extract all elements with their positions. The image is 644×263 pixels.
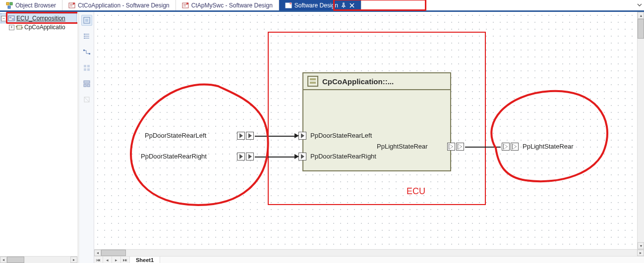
svg-rect-10 [9, 17, 11, 18]
svg-rect-24 [84, 68, 86, 71]
svg-point-19 [84, 38, 85, 39]
tab-label: CtApMySwc - Software Design [191, 2, 273, 9]
tree-node-cpcoapplication[interactable]: + CpCoApplicatio [1, 23, 76, 32]
composition-icon [8, 15, 15, 22]
svg-rect-26 [84, 81, 90, 83]
port-label: PpDoorStateRearLeft [310, 132, 372, 139]
svg-rect-27 [84, 84, 86, 87]
svg-rect-25 [87, 68, 90, 71]
annotation-scribble-left [114, 76, 278, 215]
scrollbar-thumb[interactable] [638, 19, 644, 39]
close-icon[interactable] [349, 2, 355, 8]
svg-rect-2 [8, 6, 10, 8]
tool-connections[interactable] [81, 47, 92, 57]
document-tabstrip: Object Browser CtCoApplication - Softwar… [0, 0, 644, 11]
project-tree-panel: − ECU_Composition + CpCoApplicatio ◂ ▸ [0, 12, 79, 263]
sheet-nav-prev[interactable]: ◂ [103, 257, 112, 263]
scroll-right-button[interactable]: ▸ [70, 257, 77, 263]
tool-select[interactable] [81, 15, 92, 26]
diagram-canvas[interactable]: ECU CpCoApplication::... PpDoorStateRear… [94, 12, 637, 249]
swc-icon [16, 24, 23, 31]
svg-rect-16 [85, 19, 88, 22]
diagram-toolbar [79, 12, 94, 263]
scroll-right-button[interactable]: ▸ [637, 250, 644, 256]
tree-node-ecu-composition[interactable]: − ECU_Composition [1, 14, 76, 23]
delegation-port-out[interactable] [456, 143, 464, 151]
sheet-tab[interactable]: Sheet1 [130, 257, 160, 263]
sheet-tab-label: Sheet1 [136, 257, 154, 263]
component-port-in-2[interactable] [298, 153, 306, 160]
component-icon [307, 76, 318, 87]
svg-rect-12 [17, 25, 22, 29]
svg-rect-20 [83, 50, 85, 51]
svg-rect-23 [87, 65, 90, 67]
port-label: PpDoorStateRearRight [141, 153, 207, 160]
design-icon [285, 2, 292, 9]
tab-object-browser[interactable]: Object Browser [0, 0, 62, 10]
port-label: PpDoorStateRearLeft [145, 132, 206, 139]
workarea: − ECU_Composition + CpCoApplicatio ◂ ▸ [0, 11, 644, 263]
tab-label: CtCoApplication - Software Design [78, 2, 170, 9]
tree-expand-icon[interactable]: + [9, 25, 14, 30]
ecu-label: ECU [407, 186, 425, 197]
svg-rect-11 [12, 18, 14, 20]
port-label: PpLightStateRear [523, 143, 574, 150]
svg-point-6 [186, 2, 188, 4]
tab-software-design-active[interactable]: Software Design [279, 0, 361, 10]
annotation-scribble-right [471, 84, 620, 193]
svg-rect-28 [87, 84, 90, 87]
tool-port-list[interactable] [81, 31, 92, 42]
tree-collapse-icon[interactable]: − [1, 16, 6, 21]
component-title: CpCoApplication::... [322, 77, 394, 86]
sheet-nav-first[interactable]: ⏮ [94, 257, 103, 263]
pin-icon[interactable] [341, 2, 347, 8]
external-port-out[interactable] [511, 143, 519, 151]
external-port-out-frame[interactable] [502, 143, 510, 151]
svg-rect-1 [10, 2, 12, 5]
component-header: CpCoApplication::... [303, 73, 450, 90]
scroll-left-button[interactable]: ◂ [94, 250, 101, 256]
tree-horizontal-scrollbar[interactable]: ◂ ▸ [0, 256, 77, 263]
scroll-up-button[interactable]: ▴ [638, 12, 644, 19]
design-icon [182, 2, 189, 9]
port-label: PpDoorStateRearRight [310, 153, 376, 160]
design-icon [68, 2, 75, 9]
diagram-area: ECU CpCoApplication::... PpDoorStateRear… [79, 12, 644, 263]
svg-rect-22 [84, 65, 86, 67]
tab-label: Object Browser [15, 2, 56, 9]
external-port-in-2[interactable] [237, 153, 245, 160]
svg-rect-14 [21, 27, 23, 28]
component-port-out[interactable] [447, 143, 455, 151]
canvas-vertical-scrollbar[interactable]: ▴ ▾ [637, 12, 644, 249]
connector-line [465, 147, 501, 148]
delegation-port-in-1[interactable] [246, 132, 254, 140]
component-port-in-1[interactable] [298, 132, 306, 140]
tool-grid[interactable] [81, 62, 92, 73]
delegation-port-in-2[interactable] [246, 153, 254, 160]
tab-overflow-dropdown[interactable] [637, 2, 642, 7]
diagram-canvas-container: ECU CpCoApplication::... PpDoorStateRear… [94, 12, 644, 263]
svg-rect-13 [16, 26, 17, 27]
canvas-horizontal-scrollbar[interactable]: ◂ ▸ [94, 249, 644, 256]
scroll-down-button[interactable]: ▾ [638, 242, 644, 249]
tab-label: Software Design [294, 2, 338, 9]
svg-rect-0 [6, 2, 9, 5]
sheet-nav-last[interactable]: ⏭ [121, 257, 130, 263]
sheet-tab-bar: ⏮ ◂ ▸ ⏭ Sheet1 [94, 256, 644, 263]
tool-layout[interactable] [81, 78, 92, 89]
external-port-in-1[interactable] [237, 132, 245, 140]
scrollbar-thumb[interactable] [101, 250, 126, 256]
scroll-left-button[interactable]: ◂ [0, 257, 7, 263]
svg-point-4 [73, 2, 75, 4]
tab-ctapmyswc[interactable]: CtApMySwc - Software Design [176, 0, 279, 10]
connector-line [255, 157, 297, 158]
connector-arrow-icon [294, 154, 299, 159]
connector-arrow-icon [294, 133, 299, 138]
svg-point-18 [84, 36, 85, 37]
svg-point-8 [290, 2, 292, 4]
svg-point-17 [84, 34, 85, 35]
scrollbar-thumb[interactable] [7, 257, 24, 263]
tab-ctcoapplication[interactable]: CtCoApplication - Software Design [62, 0, 176, 10]
sheet-nav-next[interactable]: ▸ [112, 257, 121, 263]
object-browser-icon [6, 2, 13, 9]
